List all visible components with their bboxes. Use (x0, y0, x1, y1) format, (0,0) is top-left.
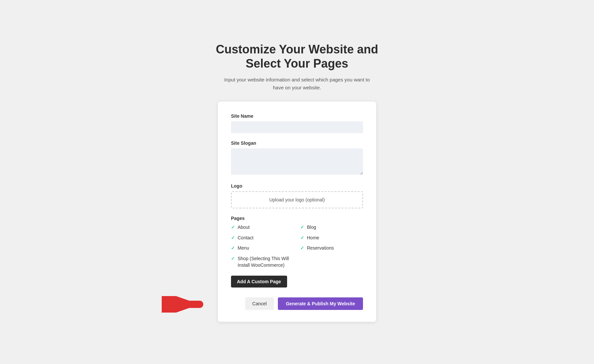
page-label-blog: Blog (307, 224, 316, 231)
add-custom-page-button[interactable]: Add A Custom Page (231, 276, 287, 288)
page-label-contact: Contact (238, 235, 253, 241)
generate-publish-button[interactable]: Generate & Publish My Website (278, 297, 363, 310)
check-icon-about: ✓ (231, 225, 235, 230)
page-item-shop[interactable]: ✓ Shop (Selecting This Will Install WooC… (231, 256, 294, 268)
site-name-label: Site Name (231, 113, 363, 119)
site-slogan-input[interactable] (231, 148, 363, 175)
page-item-blog[interactable]: ✓ Blog (300, 224, 363, 231)
page-wrapper: Customize Your Website and Select Your P… (0, 0, 594, 364)
form-card: Site Name Site Slogan Logo Upload your l… (218, 102, 376, 322)
check-icon-contact: ✓ (231, 235, 235, 240)
footer-buttons: Cancel Generate & Publish My Website (231, 297, 363, 310)
page-item-home[interactable]: ✓ Home (300, 235, 363, 241)
page-item-about[interactable]: ✓ About (231, 224, 294, 231)
pages-grid: ✓ About ✓ Blog ✓ Contact ✓ Home (231, 224, 363, 268)
page-item-menu[interactable]: ✓ Menu (231, 245, 294, 252)
page-label-reservations: Reservations (307, 245, 334, 252)
check-icon-menu: ✓ (231, 245, 235, 251)
page-label-about: About (238, 224, 250, 231)
pages-label: Pages (231, 216, 363, 221)
page-label-menu: Menu (238, 245, 249, 252)
check-icon-blog: ✓ (300, 225, 304, 230)
check-icon-shop: ✓ (231, 256, 235, 261)
logo-upload-button[interactable]: Upload your logo (optional) (231, 191, 363, 208)
logo-group: Logo Upload your logo (optional) (231, 183, 363, 208)
arrow-indicator (162, 296, 205, 313)
site-slogan-label: Site Slogan (231, 140, 363, 146)
site-name-input[interactable] (231, 121, 363, 133)
page-item-reservations[interactable]: ✓ Reservations (300, 245, 363, 252)
site-slogan-group: Site Slogan (231, 140, 363, 176)
page-item-contact[interactable]: ✓ Contact (231, 235, 294, 241)
page-title: Customize Your Website and Select Your P… (216, 42, 378, 71)
check-icon-reservations: ✓ (300, 245, 304, 251)
page-subtitle: Input your website information and selec… (221, 76, 373, 92)
logo-label: Logo (231, 183, 363, 189)
heading-section: Customize Your Website and Select Your P… (216, 42, 378, 92)
cancel-button[interactable]: Cancel (245, 297, 274, 310)
site-name-group: Site Name (231, 113, 363, 133)
page-label-home: Home (307, 235, 319, 241)
page-label-shop: Shop (Selecting This Will Install WooCom… (238, 256, 294, 268)
pages-section: Pages ✓ About ✓ Blog ✓ Contact (231, 216, 363, 268)
check-icon-home: ✓ (300, 235, 304, 240)
